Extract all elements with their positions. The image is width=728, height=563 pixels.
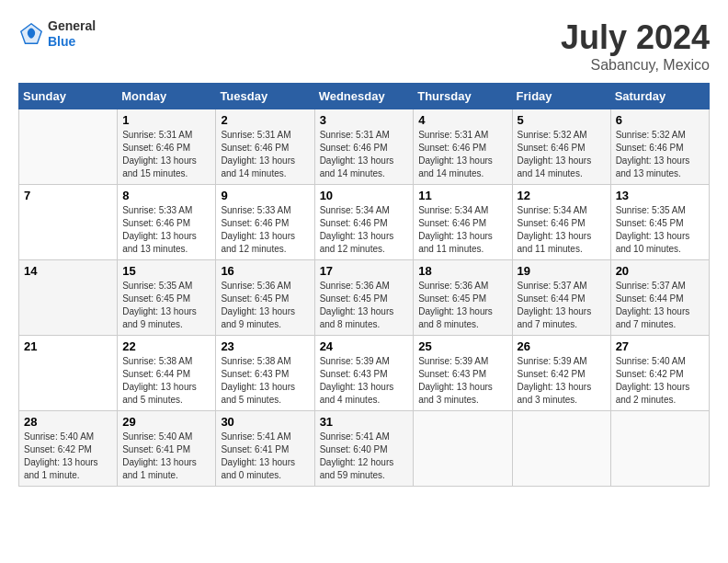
calendar-cell: 9Sunrise: 5:33 AM Sunset: 6:46 PM Daylig… [216, 185, 314, 260]
month-title: July 2024 [561, 18, 710, 57]
day-number: 17 [320, 264, 409, 278]
header-row: SundayMondayTuesdayWednesdayThursdayFrid… [19, 84, 710, 109]
calendar-cell: 19Sunrise: 5:37 AM Sunset: 6:44 PM Dayli… [512, 260, 610, 336]
calendar-cell: 15Sunrise: 5:35 AM Sunset: 6:45 PM Dayli… [118, 260, 216, 336]
day-number: 14 [24, 264, 112, 278]
day-number: 11 [418, 189, 506, 202]
calendar-cell: 12Sunrise: 5:34 AM Sunset: 6:46 PM Dayli… [512, 185, 610, 260]
day-info: Sunrise: 5:39 AM Sunset: 6:43 PM Dayligh… [320, 355, 409, 407]
calendar-cell: 6Sunrise: 5:32 AM Sunset: 6:46 PM Daylig… [610, 109, 709, 185]
day-number: 20 [616, 264, 704, 278]
day-number: 22 [122, 339, 210, 353]
day-number: 8 [122, 189, 210, 202]
header-sunday: Sunday [19, 84, 118, 109]
day-number: 27 [616, 339, 704, 353]
logo: General Blue [18, 18, 96, 50]
calendar-cell [19, 109, 118, 185]
day-number: 12 [518, 189, 606, 202]
day-info: Sunrise: 5:32 AM Sunset: 6:46 PM Dayligh… [518, 129, 606, 180]
calendar-cell: 28Sunrise: 5:40 AM Sunset: 6:42 PM Dayli… [19, 411, 118, 487]
day-info: Sunrise: 5:39 AM Sunset: 6:43 PM Dayligh… [418, 355, 506, 407]
day-info: Sunrise: 5:35 AM Sunset: 6:45 PM Dayligh… [122, 280, 210, 331]
header-tuesday: Tuesday [216, 84, 314, 109]
day-number: 3 [320, 113, 409, 127]
header-thursday: Thursday [414, 84, 512, 109]
calendar-cell: 22Sunrise: 5:38 AM Sunset: 6:44 PM Dayli… [118, 336, 216, 411]
day-number: 26 [518, 339, 606, 353]
day-number: 16 [221, 264, 309, 278]
calendar-cell: 11Sunrise: 5:34 AM Sunset: 6:46 PM Dayli… [414, 185, 512, 260]
week-row-4: 2122Sunrise: 5:38 AM Sunset: 6:44 PM Day… [19, 336, 710, 411]
day-info: Sunrise: 5:31 AM Sunset: 6:46 PM Dayligh… [221, 129, 309, 180]
calendar-cell: 5Sunrise: 5:32 AM Sunset: 6:46 PM Daylig… [512, 109, 610, 185]
day-info: Sunrise: 5:34 AM Sunset: 6:46 PM Dayligh… [320, 204, 409, 256]
calendar-cell: 14 [19, 260, 118, 336]
day-info: Sunrise: 5:41 AM Sunset: 6:41 PM Dayligh… [221, 431, 309, 482]
calendar-cell [512, 411, 610, 487]
day-info: Sunrise: 5:32 AM Sunset: 6:46 PM Dayligh… [616, 129, 704, 180]
day-number: 29 [122, 415, 210, 429]
day-number: 25 [418, 339, 506, 353]
calendar-cell: 7 [19, 185, 118, 260]
week-row-5: 28Sunrise: 5:40 AM Sunset: 6:42 PM Dayli… [19, 411, 710, 487]
day-info: Sunrise: 5:38 AM Sunset: 6:44 PM Dayligh… [122, 355, 210, 407]
day-info: Sunrise: 5:38 AM Sunset: 6:43 PM Dayligh… [221, 355, 309, 407]
calendar-cell: 3Sunrise: 5:31 AM Sunset: 6:46 PM Daylig… [314, 109, 414, 185]
day-info: Sunrise: 5:36 AM Sunset: 6:45 PM Dayligh… [221, 280, 309, 331]
logo-icon [18, 21, 44, 47]
day-number: 30 [221, 415, 309, 429]
day-info: Sunrise: 5:41 AM Sunset: 6:40 PM Dayligh… [320, 431, 409, 482]
day-number: 1 [122, 113, 210, 127]
day-number: 4 [418, 113, 506, 127]
day-info: Sunrise: 5:35 AM Sunset: 6:45 PM Dayligh… [616, 204, 704, 256]
day-number: 10 [320, 189, 409, 202]
calendar-cell: 17Sunrise: 5:36 AM Sunset: 6:45 PM Dayli… [314, 260, 414, 336]
calendar-cell: 26Sunrise: 5:39 AM Sunset: 6:42 PM Dayli… [512, 336, 610, 411]
day-number: 13 [616, 189, 704, 202]
calendar-cell: 10Sunrise: 5:34 AM Sunset: 6:46 PM Dayli… [314, 185, 414, 260]
calendar-cell: 2Sunrise: 5:31 AM Sunset: 6:46 PM Daylig… [216, 109, 314, 185]
calendar-cell: 21 [19, 336, 118, 411]
day-info: Sunrise: 5:39 AM Sunset: 6:42 PM Dayligh… [518, 355, 606, 407]
calendar-cell [610, 411, 709, 487]
calendar-cell: 30Sunrise: 5:41 AM Sunset: 6:41 PM Dayli… [216, 411, 314, 487]
day-number: 7 [24, 189, 112, 202]
calendar-cell: 18Sunrise: 5:36 AM Sunset: 6:45 PM Dayli… [414, 260, 512, 336]
day-number: 5 [518, 113, 606, 127]
day-number: 9 [221, 189, 309, 202]
calendar-cell: 4Sunrise: 5:31 AM Sunset: 6:46 PM Daylig… [414, 109, 512, 185]
calendar-cell: 23Sunrise: 5:38 AM Sunset: 6:43 PM Dayli… [216, 336, 314, 411]
calendar-cell: 27Sunrise: 5:40 AM Sunset: 6:42 PM Dayli… [610, 336, 709, 411]
day-info: Sunrise: 5:37 AM Sunset: 6:44 PM Dayligh… [518, 280, 606, 331]
day-info: Sunrise: 5:40 AM Sunset: 6:42 PM Dayligh… [24, 431, 112, 482]
day-number: 21 [24, 339, 112, 353]
header-wednesday: Wednesday [314, 84, 414, 109]
day-info: Sunrise: 5:34 AM Sunset: 6:46 PM Dayligh… [418, 204, 506, 256]
day-info: Sunrise: 5:31 AM Sunset: 6:46 PM Dayligh… [320, 129, 409, 180]
calendar-cell: 31Sunrise: 5:41 AM Sunset: 6:40 PM Dayli… [314, 411, 414, 487]
calendar-cell: 20Sunrise: 5:37 AM Sunset: 6:44 PM Dayli… [610, 260, 709, 336]
day-info: Sunrise: 5:36 AM Sunset: 6:45 PM Dayligh… [418, 280, 506, 331]
day-info: Sunrise: 5:31 AM Sunset: 6:46 PM Dayligh… [418, 129, 506, 180]
day-number: 24 [320, 339, 409, 353]
calendar-table: SundayMondayTuesdayWednesdayThursdayFrid… [18, 83, 710, 487]
day-info: Sunrise: 5:40 AM Sunset: 6:42 PM Dayligh… [616, 355, 704, 407]
header-saturday: Saturday [610, 84, 709, 109]
day-info: Sunrise: 5:34 AM Sunset: 6:46 PM Dayligh… [518, 204, 606, 256]
calendar-cell: 16Sunrise: 5:36 AM Sunset: 6:45 PM Dayli… [216, 260, 314, 336]
day-info: Sunrise: 5:33 AM Sunset: 6:46 PM Dayligh… [122, 204, 210, 256]
day-number: 6 [616, 113, 704, 127]
calendar-cell: 1Sunrise: 5:31 AM Sunset: 6:46 PM Daylig… [118, 109, 216, 185]
logo-general: General [48, 18, 96, 34]
calendar-cell: 8Sunrise: 5:33 AM Sunset: 6:46 PM Daylig… [118, 185, 216, 260]
calendar-cell [414, 411, 512, 487]
day-info: Sunrise: 5:31 AM Sunset: 6:46 PM Dayligh… [122, 129, 210, 180]
logo-text: General Blue [48, 18, 96, 50]
calendar-cell: 24Sunrise: 5:39 AM Sunset: 6:43 PM Dayli… [314, 336, 414, 411]
header-monday: Monday [118, 84, 216, 109]
title-area: July 2024 Sabancuy, Mexico [561, 18, 710, 74]
calendar-cell: 25Sunrise: 5:39 AM Sunset: 6:43 PM Dayli… [414, 336, 512, 411]
calendar-cell: 29Sunrise: 5:40 AM Sunset: 6:41 PM Dayli… [118, 411, 216, 487]
week-row-1: 1Sunrise: 5:31 AM Sunset: 6:46 PM Daylig… [19, 109, 710, 185]
week-row-3: 1415Sunrise: 5:35 AM Sunset: 6:45 PM Day… [19, 260, 710, 336]
